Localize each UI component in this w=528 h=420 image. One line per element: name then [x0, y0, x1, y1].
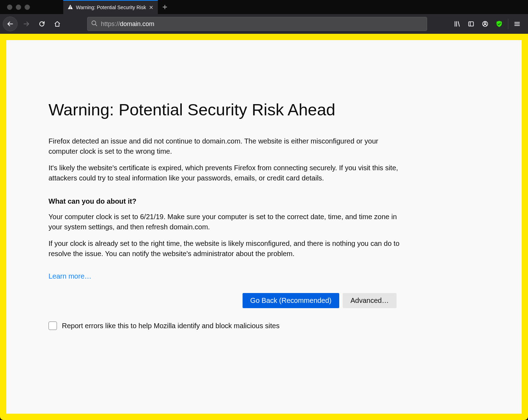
tab-title: Warning: Potential Security Risk	[76, 5, 146, 10]
minimize-window-button[interactable]	[16, 5, 21, 10]
home-button[interactable]	[51, 17, 64, 31]
error-paragraph-1: Firefox detected an issue and did not co…	[49, 136, 404, 157]
url-protocol: https://	[101, 20, 120, 27]
report-checkbox[interactable]	[49, 322, 57, 330]
error-paragraph-2: It's likely the website's certificate is…	[49, 163, 404, 183]
content-area: Warning: Potential Security Risk Ahead F…	[0, 34, 528, 420]
go-back-button[interactable]: Go Back (Recommended)	[243, 293, 339, 308]
maximize-window-button[interactable]	[25, 5, 30, 10]
url-host: domain.com	[120, 20, 154, 27]
new-tab-button[interactable]	[158, 4, 172, 10]
warning-triangle-icon	[67, 4, 73, 11]
library-button[interactable]	[450, 17, 464, 31]
back-button[interactable]	[3, 17, 18, 31]
toolbar-right	[450, 17, 525, 31]
search-icon	[91, 20, 97, 28]
url-bar[interactable]: https://domain.com	[87, 17, 427, 31]
navigation-toolbar: https://domain.com	[0, 14, 528, 34]
url-text: https://domain.com	[101, 20, 154, 28]
subheading: What can you do about it?	[49, 197, 479, 205]
advanced-button[interactable]: Advanced…	[343, 293, 397, 308]
titlebar: Warning: Potential Security Risk	[0, 0, 528, 14]
forward-button[interactable]	[20, 17, 33, 31]
svg-point-3	[484, 22, 486, 24]
sidebar-button[interactable]	[464, 17, 478, 31]
tab-security-warning[interactable]: Warning: Potential Security Risk	[63, 0, 158, 14]
error-paragraph-4: If your clock is already set to the righ…	[49, 238, 404, 259]
app-menu-button[interactable]	[510, 17, 524, 31]
toolbar-divider	[508, 19, 508, 29]
report-row: Report errors like this to help Mozilla …	[49, 322, 479, 330]
protection-shield-icon[interactable]	[492, 17, 506, 31]
svg-rect-1	[469, 22, 474, 26]
close-window-button[interactable]	[7, 5, 12, 10]
error-paragraph-3: Your computer clock is set to 6/21/19. M…	[49, 212, 404, 232]
page-heading: Warning: Potential Security Risk Ahead	[49, 100, 479, 119]
learn-more-link[interactable]: Learn more…	[49, 272, 91, 280]
tab-close-button[interactable]	[149, 5, 154, 10]
reload-button[interactable]	[35, 17, 49, 31]
report-label: Report errors like this to help Mozilla …	[62, 322, 279, 330]
account-button[interactable]	[478, 17, 492, 31]
window-controls	[7, 5, 30, 10]
error-page: Warning: Potential Security Risk Ahead F…	[6, 40, 522, 414]
button-row: Go Back (Recommended) Advanced…	[49, 293, 397, 308]
